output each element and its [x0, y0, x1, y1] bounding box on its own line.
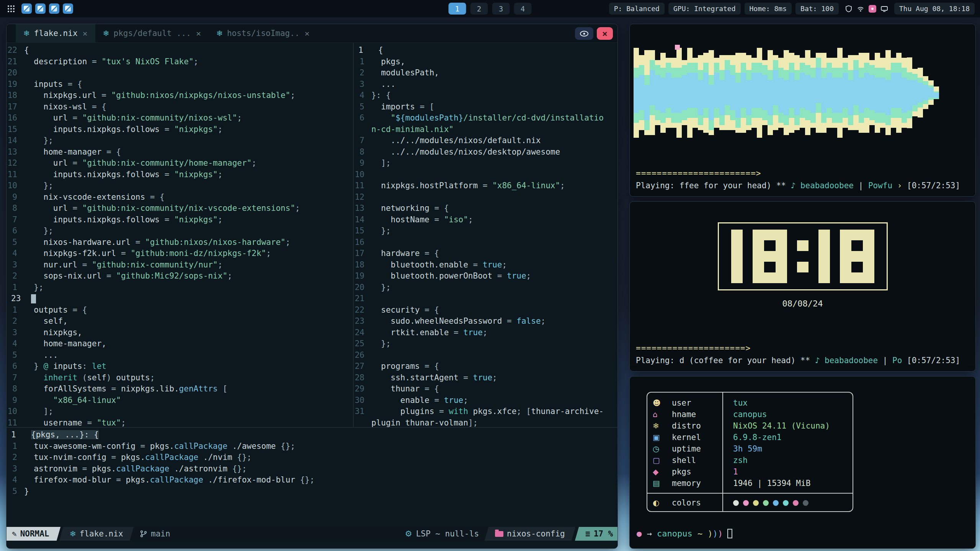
lsp-status: ⚙ LSP ~ null-ls [397, 527, 487, 541]
fetch-row-memory: ▤memory1946 | 15394 MiB [647, 478, 853, 489]
fetch-value: 3h 59m [722, 444, 762, 453]
code-line: 15 }; [354, 225, 617, 237]
statusline: ✎NORMAL ❄flake.nix main ⚙ LSP ~ null-ls … [7, 527, 617, 541]
media-icon[interactable] [869, 5, 876, 13]
code-line: 9 "x86_64-linux" [7, 395, 353, 406]
line-number: 1 [7, 305, 24, 316]
tab-pkgs-default-[interactable]: ❄pkgs/default ...× [95, 24, 209, 42]
code-line: 18 nixpkgs.url = "github:nixos/nixpkgs/n… [7, 90, 353, 101]
code-line: 10 ]; [7, 406, 353, 417]
visualizer-window[interactable]: =======================> Playing: ffee f… [629, 24, 976, 197]
code-line: 1{pkgs, ...}: { [7, 429, 617, 441]
code-line: 10 [354, 169, 617, 181]
position-label: 17 % [593, 529, 613, 538]
now-playing-block: =====================> Playing: d (coffe… [636, 342, 969, 367]
fetch-row-kernel: ▣kernel6.9.8-zen1 [647, 432, 853, 443]
code-line: 7 inputs.nixpkgs.follows = "nixpkgs"; [7, 214, 353, 226]
taskbar-app-icon[interactable] [63, 3, 73, 14]
fetch-window[interactable]: ☻usertux⌂hnamecanopus❄distroNixOS 24.11 … [629, 376, 976, 549]
tab-close-icon[interactable]: × [305, 29, 310, 38]
line-number: 7 [7, 372, 24, 384]
fetch-value: NixOS 24.11 (Vicuna) [722, 421, 830, 430]
line-number: 7 [354, 135, 371, 147]
tabline: ❄flake.nix×❄pkgs/default ...×❄hosts/isoI… [7, 24, 617, 43]
code-line: 6 }; [7, 225, 353, 237]
editor-pane-iso[interactable]: 1{1 pkgs,2 modulesPath,3 ...4}: {5 impor… [353, 43, 617, 427]
line-number: 8 [7, 383, 24, 395]
taskbar [21, 3, 73, 14]
line-number: 4 [7, 474, 24, 486]
line-number: 23 [7, 293, 31, 305]
code-line: 9 nix-vscode-extensions = { [7, 192, 353, 203]
code-line: n-cd-minimal.nix" [354, 124, 617, 135]
taskbar-app-icon[interactable] [49, 3, 59, 14]
line-number: 24 [354, 327, 371, 339]
code-line: 7 inherit (self) outputs; [7, 372, 353, 384]
clock-block: 08/08/24 [630, 222, 975, 308]
tab-flake-nix[interactable]: ❄flake.nix× [16, 24, 95, 42]
line-number: 2 [7, 452, 24, 463]
hname-icon: ⌂ [653, 410, 672, 419]
line-number: 13 [354, 203, 371, 214]
code-line: 14 }; [7, 135, 353, 147]
line-number: 9 [7, 192, 24, 203]
code-line: 23 [7, 293, 353, 305]
line-number: 23 [354, 316, 371, 327]
line-number: 6 [7, 225, 24, 237]
prompt-segment: ~ [697, 529, 708, 538]
editor-pane-flake[interactable]: 22{21 description = "tux's NixOS Flake";… [7, 43, 353, 427]
fetch-row-hname: ⌂hnamecanopus [647, 409, 853, 420]
code-line: 4}: { [354, 90, 617, 101]
clock-digit [731, 230, 743, 283]
project-segment: nixos-config [485, 527, 575, 541]
code-line: 30 enable = true; [354, 395, 617, 406]
nix-icon: ❄ [216, 29, 223, 38]
editor-window[interactable]: ❄flake.nix×❄pkgs/default ...×❄hosts/isoI… [6, 24, 618, 549]
terminal-cursor [727, 529, 732, 538]
app-launcher-icon[interactable] [5, 3, 17, 15]
prompt-segment: ) [713, 529, 718, 538]
status-chips: P: BalancedGPU: IntegratedHome: 8msBat: … [609, 3, 839, 15]
fetch-value: 1946 | 15394 MiB [722, 479, 810, 488]
display-icon[interactable] [880, 5, 888, 13]
line-number: 16 [354, 237, 371, 248]
lsp-label: LSP ~ null-ls [416, 529, 479, 538]
workspace-tag-2[interactable]: 2 [470, 3, 488, 15]
window-close-button[interactable]: × [597, 27, 613, 40]
wifi-icon[interactable] [857, 5, 864, 13]
clock-widget[interactable]: Thu Aug 08, 18:18 [894, 3, 975, 15]
fetch-label: user [672, 398, 722, 408]
code-line: 21 description = "tux's NixOS Flake"; [7, 56, 353, 68]
now-playing-text: Playing: d (coffee for your head) ** ♪ b… [636, 354, 969, 367]
code-line: 2 tux-nvim-config = pkgs.callPackage ./n… [7, 452, 617, 463]
git-branch: main [131, 527, 179, 541]
tab-hosts-isoimag-[interactable]: ❄hosts/isoImag..× [209, 24, 317, 42]
code-line: 3 astronvim = pkgs.callPackage ./astronv… [7, 463, 617, 475]
code-line: 5 imports = [ [354, 101, 617, 113]
workspace-tag-3[interactable]: 3 [492, 3, 510, 15]
taskbar-app-icon[interactable] [35, 3, 46, 14]
line-number: 5 [7, 237, 24, 248]
tab-close-icon[interactable]: × [83, 29, 88, 38]
line-number: 30 [354, 395, 371, 406]
line-number: 29 [354, 383, 371, 395]
workspace-tag-1[interactable]: 1 [449, 3, 466, 15]
memory-icon: ▤ [653, 479, 672, 488]
line-number: 10 [7, 180, 24, 192]
status-chip: Bat: 100 [795, 3, 839, 15]
workspace-switcher: 1234 [449, 3, 532, 15]
toggle-button[interactable] [575, 27, 593, 40]
line-number: 14 [354, 214, 371, 226]
shell-prompt[interactable]: ● → canopus ~ ))) [637, 527, 732, 538]
palette-dot [773, 500, 779, 506]
command-line[interactable] [7, 541, 617, 548]
workspace-tag-4[interactable]: 4 [514, 3, 532, 15]
shield-icon[interactable] [845, 5, 853, 13]
line-number [354, 417, 371, 427]
taskbar-app-icon[interactable] [21, 3, 32, 14]
editor-pane-pkgs[interactable]: 1{pkgs, ...}: {1 tux-awesome-wm-config =… [7, 427, 617, 527]
clock-window[interactable]: 08/08/24 =====================> Playing:… [629, 201, 976, 372]
tab-close-icon[interactable]: × [196, 29, 201, 38]
audio-visualizer [634, 29, 939, 156]
line-number: 21 [7, 56, 24, 68]
